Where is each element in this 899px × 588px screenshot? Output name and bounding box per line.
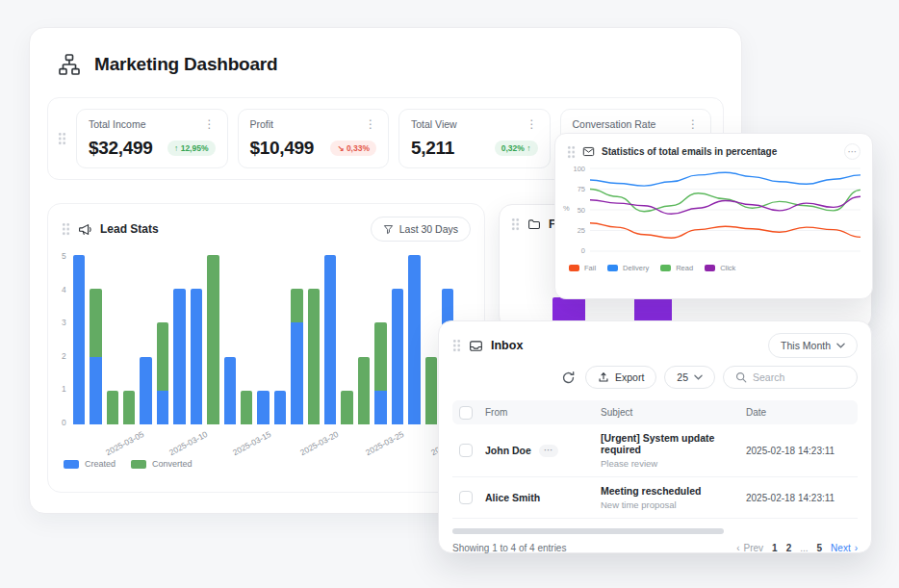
drag-handle-icon[interactable] (511, 217, 520, 231)
stat-card-total-view: Total View ⋮ 5,211 0,32% ↑ (398, 109, 551, 168)
inbox-table: From Subject Date John Doe ⋯ [Urgent] Sy… (452, 400, 858, 519)
column-header-from: From (485, 407, 601, 418)
row-checkbox[interactable] (459, 444, 473, 457)
sitemap-icon (57, 52, 82, 77)
legend-swatch (705, 265, 715, 271)
stat-label: Conversation Rate (573, 118, 656, 130)
stat-label: Total Income (89, 118, 146, 130)
email-preview: New time proposal (601, 499, 746, 510)
lead-bar (173, 255, 185, 424)
lead-bar (324, 255, 336, 424)
inbox-toolbar: Export 25 Search (439, 362, 871, 398)
legend-swatch (569, 265, 579, 271)
lead-legend: Created Converted (48, 455, 484, 473)
export-button[interactable]: Export (585, 366, 656, 389)
page-2-button[interactable]: 2 (786, 543, 792, 553)
drag-handle-icon[interactable] (452, 339, 461, 352)
lead-bar (392, 255, 403, 424)
lead-stats-card: Lead Stats Last 30 Days 543210 2025-03-0… (47, 203, 485, 493)
lead-bars (73, 255, 471, 424)
card-title: Lead Stats (100, 222, 159, 236)
lead-bar (341, 255, 352, 424)
x-tick-label: 2025-03-25 (364, 429, 405, 457)
legend-item-click[interactable]: Click (705, 264, 735, 272)
lead-x-axis: 2025-03-052025-03-102025-03-152025-03-20… (73, 424, 471, 455)
legend-label: Created (85, 459, 116, 469)
legend-swatch (660, 265, 671, 271)
legend-item-read[interactable]: Read (660, 264, 693, 272)
table-row[interactable]: Alice Smith Meeting rescheduled New time… (452, 477, 858, 519)
chevron-down-icon (836, 343, 845, 348)
next-label: Next (831, 543, 851, 553)
sender-name: Alice Smith (485, 492, 540, 503)
row-more-icon[interactable]: ⋯ (539, 445, 558, 457)
kebab-menu-icon[interactable]: ⋮ (365, 118, 376, 130)
lead-bar (123, 255, 135, 424)
table-row[interactable]: John Doe ⋯ [Urgent] System update requir… (452, 424, 858, 477)
refresh-button[interactable] (559, 369, 578, 387)
lead-bar (257, 255, 269, 424)
megaphone-icon (78, 222, 92, 237)
column-header-subject: Subject (601, 407, 746, 418)
prev-page-button[interactable]: ‹ Prev (736, 543, 763, 553)
legend-swatch (64, 460, 79, 469)
prev-arrow-icon: ‹ (736, 543, 739, 553)
search-input[interactable]: Search (723, 366, 858, 389)
legend-item-delivery[interactable]: Delivery (607, 264, 649, 272)
drag-handle-icon[interactable] (58, 132, 66, 145)
date-range-filter-button[interactable]: Last 30 Days (371, 217, 471, 242)
page-1-button[interactable]: 1 (772, 543, 778, 553)
legend-label: Click (720, 264, 735, 272)
kebab-menu-icon[interactable]: ⋮ (687, 118, 699, 130)
kebab-menu-icon[interactable]: ⋮ (527, 118, 538, 130)
page-5-button[interactable]: 5 (817, 543, 823, 553)
dashboard-header: Marketing Dashboard (30, 28, 741, 77)
column-header-date: Date (746, 407, 854, 418)
folder-icon (527, 217, 541, 231)
drag-handle-icon[interactable] (62, 222, 70, 236)
prev-label: Prev (744, 543, 764, 553)
stat-label: Total View (411, 118, 457, 130)
legend-item-fail[interactable]: Fail (569, 264, 596, 272)
email-lines-svg (590, 164, 860, 256)
page-size-select[interactable]: 25 (664, 366, 715, 389)
row-checkbox[interactable] (459, 491, 473, 504)
email-y-axis: 1007550250 (573, 164, 590, 256)
drag-handle-icon[interactable] (567, 145, 576, 159)
envelope-icon (582, 145, 595, 158)
lead-bar (157, 255, 168, 424)
kebab-menu-icon[interactable]: ⋮ (204, 118, 216, 130)
page-size-value: 25 (677, 371, 688, 383)
x-tick-label: 2025-03-05 (104, 429, 145, 457)
horizontal-scrollbar (452, 528, 858, 534)
lead-bar (291, 255, 302, 424)
card-title: Inbox (491, 339, 523, 352)
lead-bar (224, 255, 236, 424)
more-menu-icon[interactable]: ⋯ (844, 143, 860, 160)
legend-item-converted[interactable]: Converted (131, 459, 193, 469)
scrollbar-thumb[interactable] (452, 528, 724, 534)
email-preview: Please review (601, 458, 746, 469)
stat-card-total-income: Total Income ⋮ $32,499 ↑ 12,95% (76, 109, 228, 168)
funnel-icon (383, 224, 394, 235)
stat-value: 5,211 (411, 138, 454, 159)
y-axis-unit: % (563, 204, 570, 213)
period-label: This Month (781, 340, 831, 351)
next-page-button[interactable]: Next › (831, 543, 858, 553)
lead-bar (107, 255, 118, 424)
lead-stats-header: Lead Stats Last 30 Days (48, 204, 484, 245)
email-stats-header: Statistics of total emails in percentage… (555, 134, 872, 162)
email-stats-card: Statistics of total emails in percentage… (554, 133, 873, 299)
page-ellipsis: ... (800, 543, 808, 553)
select-all-checkbox[interactable] (459, 406, 473, 420)
next-arrow-icon: › (855, 543, 858, 553)
legend-item-created[interactable]: Created (64, 459, 116, 469)
lead-bar (374, 255, 386, 424)
x-tick-label: 2025-03-15 (231, 429, 272, 457)
lead-bar (308, 255, 320, 424)
trend-badge: 0,32% ↑ (495, 141, 538, 156)
lead-bar (140, 255, 151, 424)
trend-badge: ↑ 12,95% (167, 141, 215, 156)
legend-label: Fail (584, 264, 596, 272)
period-select[interactable]: This Month (768, 333, 858, 358)
